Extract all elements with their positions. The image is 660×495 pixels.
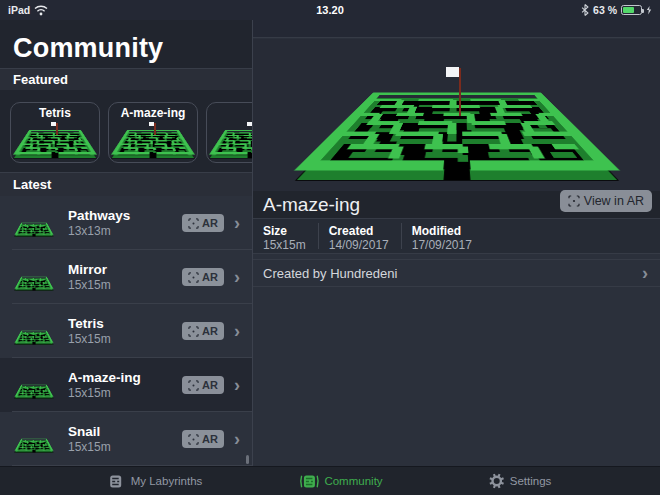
scrollbar[interactable] <box>246 455 249 464</box>
ar-badge-button[interactable]: AR <box>182 268 224 286</box>
list-item-title: Pathways <box>68 208 182 224</box>
list-item-text: Tetris15x15m <box>68 316 182 346</box>
maze-walls-lite <box>109 130 197 155</box>
maze-plane <box>14 278 54 291</box>
battery-percent: 63 % <box>593 4 617 16</box>
maze-3d-render <box>12 423 56 455</box>
maze-brackets-icon <box>299 474 319 489</box>
created-by-label: Created by Hundredeni <box>263 266 642 281</box>
tab-my-labyrinths[interactable]: My Labyrinths <box>106 467 203 495</box>
ar-viewfinder-icon <box>188 326 199 337</box>
list-item-title: A-maze-ing <box>68 370 182 386</box>
sidebar: Community Featured TetrisA-maze-ing Late… <box>0 20 252 466</box>
featured-section-header: Featured <box>0 68 252 90</box>
status-right: 63 % <box>581 4 652 16</box>
maze-3d-render <box>207 117 252 162</box>
maze-thumbnail <box>12 423 56 455</box>
view-in-ar-button[interactable]: View in AR <box>560 190 652 212</box>
chevron-right-icon: › <box>234 430 240 448</box>
app-screen: iPad 13.20 63 % Community Featured <box>0 0 660 495</box>
maze-walls-lite <box>14 385 55 397</box>
flag-pole <box>154 123 156 135</box>
maze-preview[interactable] <box>253 39 660 191</box>
info-value: 17/09/2017 <box>412 238 472 253</box>
detail-title: A-maze-ing <box>263 194 360 216</box>
tab-community[interactable]: Community <box>299 467 382 495</box>
ar-badge-label: AR <box>202 217 218 229</box>
maze-plane <box>208 133 252 159</box>
charging-icon <box>646 6 652 15</box>
flag-icon <box>149 122 154 126</box>
maze-plane <box>14 224 54 237</box>
gear-icon <box>489 473 505 489</box>
ar-viewfinder-icon <box>188 380 199 391</box>
maze-thumbnail <box>12 207 56 239</box>
chevron-right-icon: › <box>234 268 240 286</box>
list-item[interactable]: Snail15x15mAR› <box>0 412 252 466</box>
ar-badge-button[interactable]: AR <box>182 376 224 394</box>
info-value: 14/09/2017 <box>329 238 389 253</box>
ar-viewfinder-icon <box>568 195 580 207</box>
chevron-right-icon: › <box>234 376 240 394</box>
maze-thumbnail <box>12 315 56 347</box>
featured-label: Featured <box>13 72 68 87</box>
created-by-row[interactable]: Created by Hundredeni › <box>253 259 660 287</box>
list-item[interactable]: Mirror15x15mAR› <box>0 250 252 304</box>
maze-walls-lite <box>11 130 99 155</box>
featured-card[interactable]: Tetris <box>10 102 100 163</box>
ar-badge-label: AR <box>202 271 218 283</box>
list-item-text: Snail15x15m <box>68 424 182 454</box>
featured-card[interactable] <box>206 102 252 163</box>
status-left: iPad <box>8 4 48 16</box>
maze-walls-lite <box>285 92 628 170</box>
list-item-size: 15x15m <box>68 278 182 292</box>
view-in-ar-label: View in AR <box>584 194 644 208</box>
ar-badge-label: AR <box>202 379 218 391</box>
maze-3d-render <box>253 39 660 191</box>
list-item[interactable]: A-maze-ing15x15mAR› <box>0 358 252 412</box>
ar-viewfinder-icon <box>188 272 199 283</box>
maze-3d-render <box>12 207 56 239</box>
detail-nav-strip <box>253 20 660 38</box>
maze-plane <box>110 133 196 159</box>
chevron-right-icon: › <box>234 322 240 340</box>
list-item[interactable]: Tetris15x15mAR› <box>0 304 252 358</box>
ar-badge-button[interactable]: AR <box>182 214 224 232</box>
chevron-right-icon: › <box>642 264 648 282</box>
maze-plane <box>289 100 624 183</box>
ar-badge-button[interactable]: AR <box>182 430 224 448</box>
tab-bar: My LabyrinthsCommunitySettings <box>0 466 660 495</box>
maze-plane <box>12 133 98 159</box>
maze-walls-lite <box>14 277 55 289</box>
featured-card-title: Tetris <box>11 106 99 120</box>
latest-section-header: Latest <box>0 172 252 196</box>
flag-pole <box>459 68 461 116</box>
wifi-icon <box>34 5 48 16</box>
maze-thumbnail <box>12 261 56 293</box>
maze-walls-lite <box>14 439 55 451</box>
list-item-text: Mirror15x15m <box>68 262 182 292</box>
tab-label: My Labyrinths <box>131 475 203 487</box>
detail-panel: A-maze-ing View in AR Size15x15mCreated1… <box>253 20 660 466</box>
device-label: iPad <box>8 4 30 16</box>
list-item-size: 15x15m <box>68 440 182 454</box>
list-item-size: 15x15m <box>68 332 182 346</box>
info-label: Modified <box>412 224 472 238</box>
maze-thumbnail <box>12 369 56 401</box>
maze-plane <box>14 440 54 453</box>
panel-divider <box>252 20 253 466</box>
list-item-title: Mirror <box>68 262 182 278</box>
page-title: Community <box>13 33 163 64</box>
flag-pole <box>56 123 58 135</box>
featured-card[interactable]: A-maze-ing <box>108 102 198 163</box>
maze-info-bar: Size15x15mCreated14/09/2017Modified17/09… <box>253 218 660 254</box>
featured-card-title: A-maze-ing <box>109 106 197 120</box>
latest-list: Pathways13x13mAR›Mirror15x15mAR›Tetris15… <box>0 196 252 466</box>
tab-settings[interactable]: Settings <box>489 467 552 495</box>
info-label: Created <box>329 224 389 238</box>
ar-badge-button[interactable]: AR <box>182 322 224 340</box>
featured-carousel[interactable]: TetrisA-maze-ing <box>0 90 252 172</box>
maze-walls-lite <box>14 223 55 235</box>
list-item[interactable]: Pathways13x13mAR› <box>0 196 252 250</box>
info-label: Size <box>263 224 306 238</box>
